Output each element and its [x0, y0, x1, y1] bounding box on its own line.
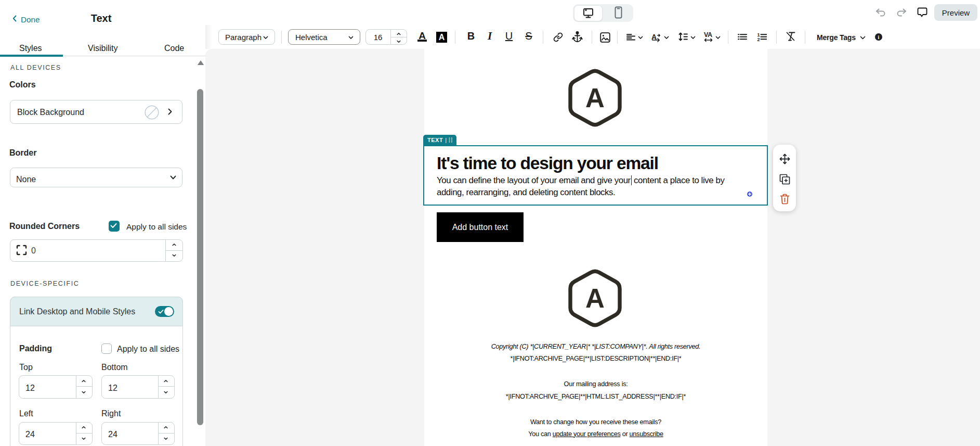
svg-text:A: A [585, 83, 605, 113]
svg-text:A: A [585, 284, 605, 313]
svg-text:2: 2 [757, 37, 760, 42]
